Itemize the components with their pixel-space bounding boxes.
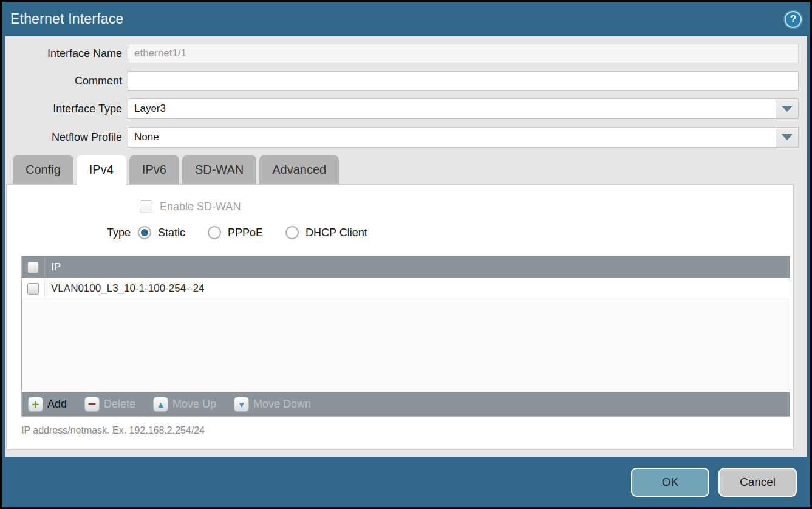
type-radio-group: Type Static PPPoE DHCP Client bbox=[107, 226, 793, 239]
radio-pppoe[interactable] bbox=[208, 226, 221, 239]
radio-pppoe-label[interactable]: PPPoE bbox=[228, 227, 263, 239]
select-all-checkbox[interactable] bbox=[27, 262, 39, 273]
interface-name-row: Interface Name bbox=[5, 44, 799, 63]
enable-sdwan-label: Enable SD-WAN bbox=[160, 200, 241, 213]
ip-table: IP VLAN0100_L3_10-1-100-254--24 + Add − … bbox=[21, 256, 790, 417]
tab-bar: Config IPv4 IPv6 SD-WAN Advanced bbox=[13, 155, 807, 184]
delete-icon: − bbox=[84, 397, 100, 412]
dialog-titlebar: Ethernet Interface ? bbox=[2, 2, 810, 36]
delete-button: − Delete bbox=[84, 397, 135, 412]
add-button-label: Add bbox=[47, 398, 67, 411]
interface-name-label: Interface Name bbox=[5, 47, 128, 60]
interface-type-label: Interface Type bbox=[5, 103, 128, 115]
enable-sdwan-row: Enable SD-WAN bbox=[140, 200, 793, 213]
ip-column-header: IP bbox=[45, 261, 61, 273]
dialog-footer: OK Cancel bbox=[2, 457, 810, 507]
radio-dhcp-client[interactable] bbox=[285, 226, 299, 239]
ok-button[interactable]: OK bbox=[631, 468, 709, 497]
move-up-icon: ▲ bbox=[153, 397, 168, 412]
radio-static[interactable] bbox=[138, 226, 151, 239]
dropdown-arrow-icon[interactable] bbox=[776, 99, 798, 118]
netflow-profile-value: None bbox=[128, 128, 776, 147]
move-up-button-label: Move Up bbox=[172, 398, 216, 411]
netflow-profile-label: Netflow Profile bbox=[5, 131, 128, 144]
tab-config[interactable]: Config bbox=[13, 155, 73, 184]
cancel-button[interactable]: Cancel bbox=[718, 468, 797, 497]
ip-format-hint: IP address/netmask. Ex. 192.168.2.254/24 bbox=[21, 425, 793, 436]
comment-row: Comment bbox=[5, 71, 799, 91]
ethernet-interface-dialog: Ethernet Interface ? Interface Name Comm… bbox=[0, 0, 812, 509]
table-empty-area bbox=[22, 299, 790, 392]
move-down-button-label: Move Down bbox=[253, 398, 311, 411]
interface-name-input bbox=[128, 44, 799, 63]
dropdown-arrow-icon[interactable] bbox=[776, 128, 798, 147]
add-icon: + bbox=[28, 397, 43, 412]
ipv4-panel: Enable SD-WAN Type Static PPPoE DHCP Cli… bbox=[6, 184, 794, 450]
comment-input[interactable] bbox=[128, 71, 799, 91]
tab-advanced[interactable]: Advanced bbox=[259, 155, 339, 184]
tab-ipv6[interactable]: IPv6 bbox=[129, 155, 179, 184]
help-icon[interactable]: ? bbox=[785, 11, 802, 28]
radio-dhcp-client-label[interactable]: DHCP Client bbox=[305, 227, 367, 239]
move-down-button: ▼ Move Down bbox=[234, 397, 311, 412]
interface-type-dropdown[interactable]: Layer3 bbox=[128, 98, 799, 119]
enable-sdwan-checkbox bbox=[140, 200, 152, 213]
tab-sdwan[interactable]: SD-WAN bbox=[182, 155, 256, 184]
ip-table-header: IP bbox=[22, 256, 790, 278]
ip-cell: VLAN0100_L3_10-1-100-254--24 bbox=[45, 282, 204, 295]
row-checkbox[interactable] bbox=[27, 283, 39, 295]
delete-button-label: Delete bbox=[104, 398, 135, 411]
interface-type-value: Layer3 bbox=[128, 99, 776, 118]
radio-static-label[interactable]: Static bbox=[158, 227, 185, 239]
type-label: Type bbox=[107, 227, 131, 239]
netflow-profile-dropdown[interactable]: None bbox=[128, 127, 799, 148]
add-button[interactable]: + Add bbox=[28, 397, 67, 412]
dialog-title: Ethernet Interface bbox=[10, 11, 123, 27]
dialog-body: Interface Name Comment Interface Type La… bbox=[5, 36, 807, 457]
tab-ipv4[interactable]: IPv4 bbox=[77, 155, 126, 185]
netflow-profile-row: Netflow Profile None bbox=[5, 127, 799, 148]
table-toolbar: + Add − Delete ▲ Move Up ▼ Move Down bbox=[22, 392, 790, 416]
table-row[interactable]: VLAN0100_L3_10-1-100-254--24 bbox=[22, 278, 790, 299]
move-down-icon: ▼ bbox=[234, 397, 249, 412]
move-up-button: ▲ Move Up bbox=[153, 397, 216, 412]
comment-label: Comment bbox=[5, 75, 128, 87]
interface-form: Interface Name Comment Interface Type La… bbox=[5, 36, 807, 148]
interface-type-row: Interface Type Layer3 bbox=[5, 98, 799, 119]
